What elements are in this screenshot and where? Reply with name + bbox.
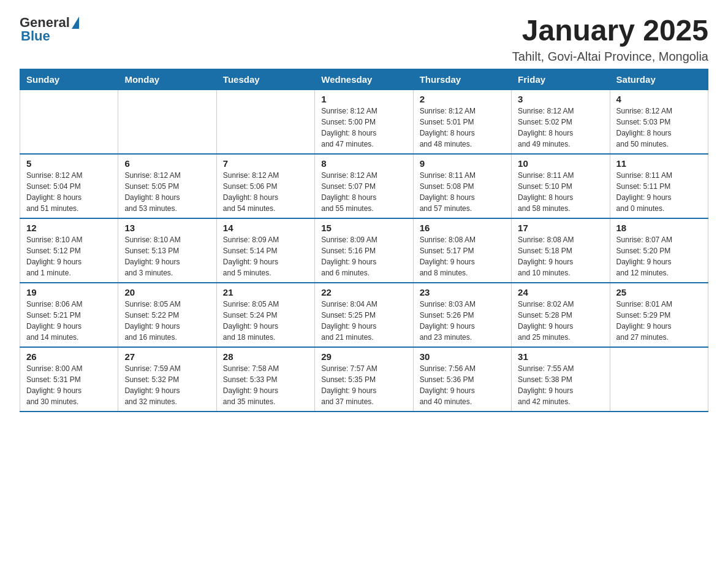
day-number: 2 (420, 94, 505, 104)
calendar-cell: 17Sunrise: 8:08 AM Sunset: 5:18 PM Dayli… (512, 218, 610, 283)
day-info: Sunrise: 8:06 AM Sunset: 5:21 PM Dayligh… (26, 299, 112, 343)
day-number: 4 (616, 94, 702, 104)
calendar-cell: 7Sunrise: 8:12 AM Sunset: 5:06 PM Daylig… (216, 154, 314, 218)
day-info: Sunrise: 8:01 AM Sunset: 5:29 PM Dayligh… (616, 299, 702, 343)
page-header: General Blue January 2025 Tahilt, Govi-A… (20, 15, 708, 64)
day-info: Sunrise: 8:05 AM Sunset: 5:24 PM Dayligh… (223, 299, 308, 343)
calendar-cell: 18Sunrise: 8:07 AM Sunset: 5:20 PM Dayli… (610, 218, 708, 283)
day-number: 24 (518, 287, 603, 297)
day-info: Sunrise: 8:12 AM Sunset: 5:04 PM Dayligh… (26, 170, 112, 214)
day-number: 29 (321, 351, 406, 362)
day-info: Sunrise: 8:07 AM Sunset: 5:20 PM Dayligh… (616, 234, 702, 278)
day-number: 17 (518, 223, 603, 233)
day-info: Sunrise: 8:12 AM Sunset: 5:02 PM Dayligh… (518, 105, 603, 150)
month-title: January 2025 (512, 15, 708, 47)
calendar-cell: 27Sunrise: 7:59 AM Sunset: 5:32 PM Dayli… (118, 347, 216, 412)
calendar-header-tuesday: Tuesday (216, 69, 314, 90)
calendar-cell: 25Sunrise: 8:01 AM Sunset: 5:29 PM Dayli… (610, 283, 708, 347)
day-number: 15 (321, 223, 406, 233)
calendar-cell: 19Sunrise: 8:06 AM Sunset: 5:21 PM Dayli… (20, 283, 118, 347)
day-number: 13 (124, 223, 210, 233)
day-info: Sunrise: 8:09 AM Sunset: 5:14 PM Dayligh… (223, 234, 308, 278)
day-info: Sunrise: 8:12 AM Sunset: 5:07 PM Dayligh… (321, 170, 406, 214)
day-info: Sunrise: 7:56 AM Sunset: 5:36 PM Dayligh… (420, 363, 505, 407)
calendar-table: SundayMondayTuesdayWednesdayThursdayFrid… (20, 69, 708, 412)
day-number: 22 (321, 287, 406, 297)
day-number: 10 (518, 158, 603, 169)
calendar-cell (118, 90, 216, 154)
day-info: Sunrise: 8:08 AM Sunset: 5:18 PM Dayligh… (518, 234, 603, 278)
calendar-cell: 23Sunrise: 8:03 AM Sunset: 5:26 PM Dayli… (413, 283, 511, 347)
day-info: Sunrise: 8:08 AM Sunset: 5:17 PM Dayligh… (420, 234, 505, 278)
calendar-week-row: 1Sunrise: 8:12 AM Sunset: 5:00 PM Daylig… (20, 90, 708, 154)
day-number: 26 (26, 351, 112, 362)
day-number: 11 (616, 158, 702, 169)
calendar-cell: 2Sunrise: 8:12 AM Sunset: 5:01 PM Daylig… (413, 90, 511, 154)
logo-blue-text: Blue (20, 28, 50, 44)
day-info: Sunrise: 8:10 AM Sunset: 5:12 PM Dayligh… (26, 234, 112, 278)
day-info: Sunrise: 8:11 AM Sunset: 5:08 PM Dayligh… (420, 170, 505, 214)
calendar-cell: 24Sunrise: 8:02 AM Sunset: 5:28 PM Dayli… (512, 283, 610, 347)
day-info: Sunrise: 7:59 AM Sunset: 5:32 PM Dayligh… (124, 363, 210, 407)
day-number: 3 (518, 94, 603, 104)
calendar-cell: 8Sunrise: 8:12 AM Sunset: 5:07 PM Daylig… (315, 154, 413, 218)
calendar-cell: 16Sunrise: 8:08 AM Sunset: 5:17 PM Dayli… (413, 218, 511, 283)
day-info: Sunrise: 8:12 AM Sunset: 5:05 PM Dayligh… (124, 170, 210, 214)
calendar-cell: 21Sunrise: 8:05 AM Sunset: 5:24 PM Dayli… (216, 283, 314, 347)
day-number: 12 (26, 223, 112, 233)
calendar-header-row: SundayMondayTuesdayWednesdayThursdayFrid… (20, 69, 708, 90)
calendar-header-monday: Monday (118, 69, 216, 90)
day-number: 19 (26, 287, 112, 297)
calendar-cell: 5Sunrise: 8:12 AM Sunset: 5:04 PM Daylig… (20, 154, 118, 218)
calendar-week-row: 19Sunrise: 8:06 AM Sunset: 5:21 PM Dayli… (20, 283, 708, 347)
logo: General Blue (20, 15, 79, 44)
day-number: 7 (223, 158, 308, 169)
calendar-cell (216, 90, 314, 154)
day-number: 28 (223, 351, 308, 362)
day-number: 31 (518, 351, 603, 362)
calendar-week-row: 26Sunrise: 8:00 AM Sunset: 5:31 PM Dayli… (20, 347, 708, 412)
calendar-week-row: 12Sunrise: 8:10 AM Sunset: 5:12 PM Dayli… (20, 218, 708, 283)
day-info: Sunrise: 8:12 AM Sunset: 5:06 PM Dayligh… (223, 170, 308, 214)
day-number: 8 (321, 158, 406, 169)
day-info: Sunrise: 8:12 AM Sunset: 5:03 PM Dayligh… (616, 105, 702, 150)
day-number: 23 (420, 287, 505, 297)
calendar-week-row: 5Sunrise: 8:12 AM Sunset: 5:04 PM Daylig… (20, 154, 708, 218)
day-number: 6 (124, 158, 210, 169)
title-area: January 2025 Tahilt, Govi-Altai Province… (512, 15, 708, 64)
calendar-header-thursday: Thursday (413, 69, 511, 90)
day-number: 27 (124, 351, 210, 362)
day-number: 14 (223, 223, 308, 233)
calendar-cell: 26Sunrise: 8:00 AM Sunset: 5:31 PM Dayli… (20, 347, 118, 412)
calendar-cell: 9Sunrise: 8:11 AM Sunset: 5:08 PM Daylig… (413, 154, 511, 218)
day-info: Sunrise: 8:03 AM Sunset: 5:26 PM Dayligh… (420, 299, 505, 343)
day-info: Sunrise: 7:55 AM Sunset: 5:38 PM Dayligh… (518, 363, 603, 407)
day-info: Sunrise: 7:58 AM Sunset: 5:33 PM Dayligh… (223, 363, 308, 407)
calendar-header-saturday: Saturday (610, 69, 708, 90)
calendar-header-wednesday: Wednesday (315, 69, 413, 90)
day-number: 9 (420, 158, 505, 169)
calendar-cell: 28Sunrise: 7:58 AM Sunset: 5:33 PM Dayli… (216, 347, 314, 412)
day-info: Sunrise: 8:04 AM Sunset: 5:25 PM Dayligh… (321, 299, 406, 343)
calendar-cell: 4Sunrise: 8:12 AM Sunset: 5:03 PM Daylig… (610, 90, 708, 154)
calendar-cell: 29Sunrise: 7:57 AM Sunset: 5:35 PM Dayli… (315, 347, 413, 412)
day-info: Sunrise: 8:12 AM Sunset: 5:00 PM Dayligh… (321, 105, 406, 150)
calendar-cell: 20Sunrise: 8:05 AM Sunset: 5:22 PM Dayli… (118, 283, 216, 347)
calendar-cell: 3Sunrise: 8:12 AM Sunset: 5:02 PM Daylig… (512, 90, 610, 154)
calendar-cell: 14Sunrise: 8:09 AM Sunset: 5:14 PM Dayli… (216, 218, 314, 283)
day-info: Sunrise: 8:02 AM Sunset: 5:28 PM Dayligh… (518, 299, 603, 343)
calendar-cell: 22Sunrise: 8:04 AM Sunset: 5:25 PM Dayli… (315, 283, 413, 347)
calendar-cell: 15Sunrise: 8:09 AM Sunset: 5:16 PM Dayli… (315, 218, 413, 283)
logo-triangle-icon (72, 17, 79, 29)
calendar-cell: 31Sunrise: 7:55 AM Sunset: 5:38 PM Dayli… (512, 347, 610, 412)
day-info: Sunrise: 8:00 AM Sunset: 5:31 PM Dayligh… (26, 363, 112, 407)
calendar-cell (610, 347, 708, 412)
day-info: Sunrise: 8:11 AM Sunset: 5:11 PM Dayligh… (616, 170, 702, 214)
day-number: 20 (124, 287, 210, 297)
day-number: 5 (26, 158, 112, 169)
calendar-cell (20, 90, 118, 154)
day-info: Sunrise: 8:05 AM Sunset: 5:22 PM Dayligh… (124, 299, 210, 343)
calendar-cell: 6Sunrise: 8:12 AM Sunset: 5:05 PM Daylig… (118, 154, 216, 218)
location-title: Tahilt, Govi-Altai Province, Mongolia (512, 50, 708, 64)
calendar-cell: 10Sunrise: 8:11 AM Sunset: 5:10 PM Dayli… (512, 154, 610, 218)
